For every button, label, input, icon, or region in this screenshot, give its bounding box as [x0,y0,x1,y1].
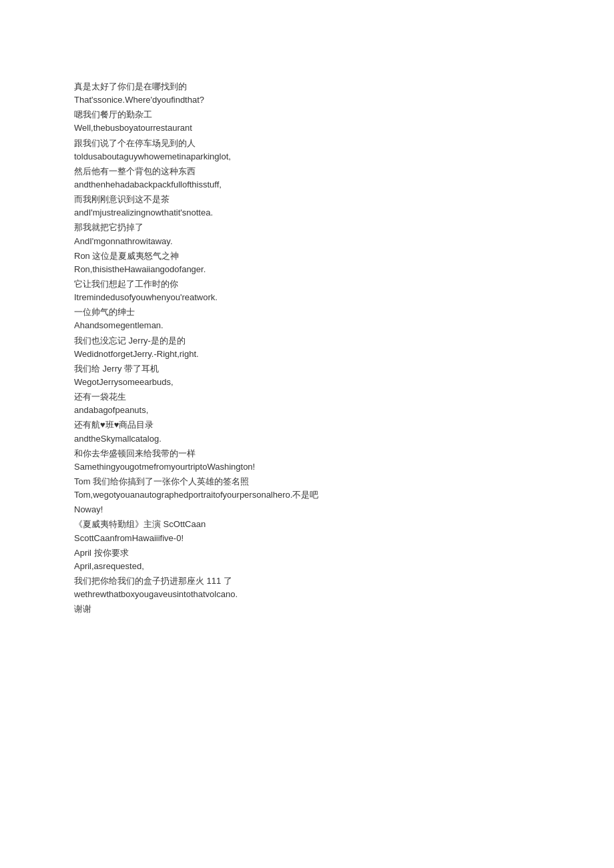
chinese-line: 那我就把它扔掉了 [74,221,540,234]
english-line: WegotJerrysomeearbuds, [74,376,540,389]
line-pair: Tom 我们给你搞到了一张你个人英雄的签名照Tom,wegotyouanauto… [74,475,540,502]
chinese-line: 它让我们想起了工作时的你 [74,278,540,291]
chinese-line: 我们也没忘记 Jerry-是的是的 [74,334,540,348]
chinese-line: 我们把你给我们的盒子扔进那座火 111 了 [74,574,540,588]
english-line: Ron,thisistheHawaiiangodofanger. [74,263,540,276]
line-pair: 跟我们说了个在停车场见到的人toldusaboutaguywhowemetina… [74,137,540,163]
line-pair: 而我刚刚意识到这不是茶andI'mjustrealizingnowthatit'… [74,193,540,220]
english-line: April,asrequested, [74,560,540,573]
chinese-line: 嗯我们餐厅的勤杂工 [74,108,540,121]
line-pair: Ron 这位是夏威夷怒气之神Ron,thisistheHawaiiangodof… [74,250,540,276]
transcript-container: 真是太好了你们是在哪找到的That'ssonice.Where'dyoufind… [74,80,540,616]
english-line: andabagofpeanuts, [74,404,540,417]
line-pair: 还有一袋花生andabagofpeanuts, [74,390,540,417]
english-line: Well,thebusboyatourrestaurant [74,121,540,135]
line-pair: 我们给 Jerry 带了耳机WegotJerrysomeearbuds, [74,362,540,389]
chinese-line: 谢谢 [74,602,540,616]
english-line: ScottCaanfromHawaiiifive-0! [74,532,540,545]
chinese-line: 《夏威夷特勤组》主演 ScOttCaan [74,518,540,531]
chinese-line: Tom 我们给你搞到了一张你个人英雄的签名照 [74,475,540,488]
line-pair: 和你去华盛顿回来给我带的一样Samethingyougotmefromyourt… [74,447,540,474]
chinese-line: 还有一袋花生 [74,390,540,404]
line-pair: 真是太好了你们是在哪找到的That'ssonice.Where'dyoufind… [74,80,540,107]
line-pair: 然后他有一整个背包的这种东西andthenhehadabackpackfullo… [74,165,540,191]
english-line: andI'mjustrealizingnowthatit'snottea. [74,206,540,220]
chinese-line: 而我刚刚意识到这不是茶 [74,193,540,206]
english-line: That'ssonice.Where'dyoufindthat? [74,93,540,107]
line-pair: 谢谢 [74,602,540,616]
line-pair: 它让我们想起了工作时的你Itremindedusofyouwhenyou'rea… [74,278,540,304]
english-line: Tom,wegotyouanautographedportraitofyourp… [74,488,540,502]
english-line: andtheSkymallcatalog. [74,432,540,446]
english-line: andthenhehadabackpackfullofthisstuff, [74,178,540,191]
chinese-line: 一位帅气的绅士 [74,306,540,319]
chinese-line: Ron 这位是夏威夷怒气之神 [74,250,540,263]
line-pair: 我们也没忘记 Jerry-是的是的WedidnotforgetJerry.-Ri… [74,334,540,361]
chinese-line: 真是太好了你们是在哪找到的 [74,80,540,93]
english-line: Itremindedusofyouwhenyou'reatwork. [74,291,540,304]
line-pair: April 按你要求April,asrequested, [74,546,540,573]
chinese-line: April 按你要求 [74,546,540,560]
line-pair: Noway! [74,503,540,516]
english-line: AndI'mgonnathrowitaway. [74,235,540,248]
chinese-line: Noway! [74,503,540,516]
chinese-line: 我们给 Jerry 带了耳机 [74,362,540,376]
english-line: wethrewthatboxyougaveusintothatvolcano. [74,588,540,601]
english-line: SamethingyougotmefromyourtriptoWashingto… [74,460,540,474]
chinese-line: 跟我们说了个在停车场见到的人 [74,137,540,150]
line-pair: 一位帅气的绅士Ahandsomegentleman. [74,306,540,332]
english-line: toldusaboutaguywhowemetinaparkinglot, [74,150,540,163]
chinese-line: 然后他有一整个背包的这种东西 [74,165,540,178]
line-pair: 还有航♥班♥商品目录andtheSkymallcatalog. [74,418,540,445]
line-pair: 我们把你给我们的盒子扔进那座火 111 了wethrewthatboxyouga… [74,574,540,601]
line-pair: 那我就把它扔掉了AndI'mgonnathrowitaway. [74,221,540,248]
english-line: WedidnotforgetJerry.-Right,right. [74,348,540,361]
line-pair: 《夏威夷特勤组》主演 ScOttCaanScottCaanfromHawaiii… [74,518,540,544]
chinese-line: 还有航♥班♥商品目录 [74,418,540,432]
english-line: Ahandsomegentleman. [74,319,540,332]
chinese-line: 和你去华盛顿回来给我带的一样 [74,447,540,460]
line-pair: 嗯我们餐厅的勤杂工Well,thebusboyatourrestaurant [74,108,540,135]
